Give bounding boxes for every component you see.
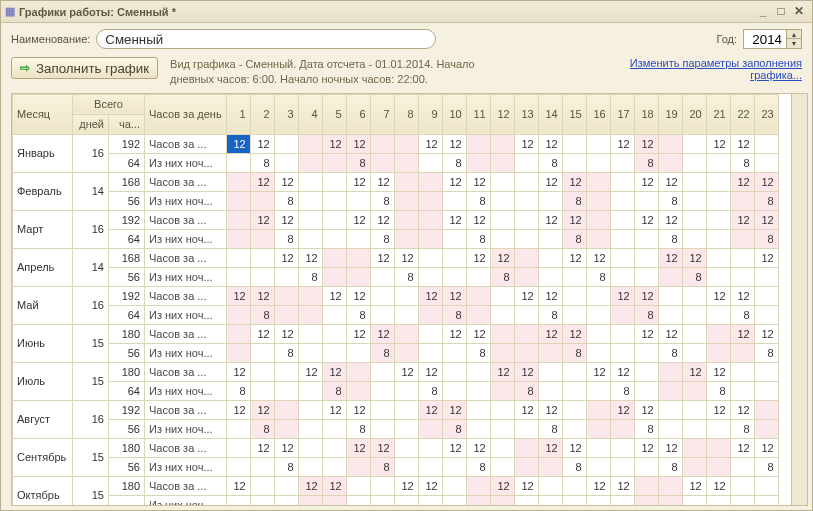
month-cell[interactable]: Сентябрь <box>13 438 73 476</box>
day-cell[interactable]: 12 <box>418 476 442 495</box>
day-cell[interactable] <box>514 153 538 172</box>
day-cell[interactable] <box>250 476 274 495</box>
day-cell[interactable]: 12 <box>418 362 442 381</box>
day-cell[interactable]: 8 <box>274 343 298 362</box>
day-cell[interactable] <box>754 362 778 381</box>
header-day-9[interactable]: 9 <box>418 94 442 134</box>
day-cell[interactable] <box>274 153 298 172</box>
day-cell[interactable] <box>658 419 682 438</box>
day-cell[interactable] <box>226 153 250 172</box>
vertical-scrollbar[interactable] <box>792 93 808 506</box>
day-cell[interactable] <box>562 153 586 172</box>
day-cell[interactable] <box>658 476 682 495</box>
day-cell[interactable]: 8 <box>754 229 778 248</box>
day-cell[interactable]: 8 <box>226 381 250 400</box>
day-cell[interactable] <box>538 476 562 495</box>
day-cell[interactable] <box>226 419 250 438</box>
day-cell[interactable]: 12 <box>346 286 370 305</box>
day-cell[interactable] <box>634 343 658 362</box>
day-cell[interactable]: 8 <box>514 381 538 400</box>
day-cell[interactable]: 8 <box>586 267 610 286</box>
day-cell[interactable] <box>586 343 610 362</box>
day-cell[interactable] <box>442 229 466 248</box>
day-cell[interactable]: 12 <box>442 134 466 153</box>
days-cell[interactable]: 16 <box>73 134 109 172</box>
day-cell[interactable] <box>682 495 706 506</box>
day-cell[interactable] <box>442 343 466 362</box>
day-cell[interactable] <box>346 248 370 267</box>
day-cell[interactable] <box>754 153 778 172</box>
day-cell[interactable]: 12 <box>370 438 394 457</box>
day-cell[interactable] <box>322 229 346 248</box>
day-cell[interactable]: 12 <box>250 438 274 457</box>
day-cell[interactable] <box>370 286 394 305</box>
days-cell[interactable]: 16 <box>73 286 109 324</box>
month-cell[interactable]: Май <box>13 286 73 324</box>
month-cell[interactable]: Февраль <box>13 172 73 210</box>
hours-total-cell[interactable]: 192 <box>109 210 145 229</box>
day-cell[interactable]: 12 <box>250 210 274 229</box>
day-cell[interactable] <box>490 191 514 210</box>
day-cell[interactable] <box>586 400 610 419</box>
day-cell[interactable] <box>634 191 658 210</box>
day-cell[interactable] <box>562 495 586 506</box>
day-cell[interactable] <box>658 153 682 172</box>
day-cell[interactable] <box>730 476 754 495</box>
day-cell[interactable] <box>250 457 274 476</box>
day-cell[interactable] <box>298 381 322 400</box>
day-cell[interactable] <box>658 381 682 400</box>
day-cell[interactable] <box>490 343 514 362</box>
day-cell[interactable]: 8 <box>730 305 754 324</box>
day-cell[interactable] <box>586 324 610 343</box>
day-cell[interactable]: 12 <box>658 172 682 191</box>
day-cell[interactable]: 12 <box>562 210 586 229</box>
day-cell[interactable] <box>706 153 730 172</box>
day-cell[interactable] <box>442 267 466 286</box>
day-cell[interactable] <box>298 457 322 476</box>
day-cell[interactable]: 8 <box>250 153 274 172</box>
day-cell[interactable] <box>658 495 682 506</box>
day-cell[interactable] <box>250 495 274 506</box>
header-day-23[interactable]: 23 <box>754 94 778 134</box>
day-cell[interactable]: 12 <box>466 172 490 191</box>
header-days[interactable]: дней <box>73 114 109 134</box>
row-label-night[interactable]: Из них ноч... <box>145 457 227 476</box>
day-cell[interactable] <box>538 267 562 286</box>
day-cell[interactable] <box>346 495 370 506</box>
day-cell[interactable]: 8 <box>610 381 634 400</box>
day-cell[interactable]: 12 <box>394 476 418 495</box>
days-cell[interactable]: 14 <box>73 172 109 210</box>
day-cell[interactable]: 12 <box>658 210 682 229</box>
day-cell[interactable] <box>298 400 322 419</box>
day-cell[interactable] <box>466 305 490 324</box>
day-cell[interactable] <box>418 172 442 191</box>
day-cell[interactable]: 12 <box>706 476 730 495</box>
header-day-4[interactable]: 4 <box>298 94 322 134</box>
day-cell[interactable] <box>394 229 418 248</box>
hours-total-cell[interactable]: 180 <box>109 362 145 381</box>
day-cell[interactable] <box>538 343 562 362</box>
day-cell[interactable] <box>562 381 586 400</box>
row-label-hours[interactable]: Часов за ... <box>145 438 227 457</box>
day-cell[interactable] <box>586 229 610 248</box>
row-label-hours[interactable]: Часов за ... <box>145 400 227 419</box>
day-cell[interactable] <box>706 438 730 457</box>
header-day-21[interactable]: 21 <box>706 94 730 134</box>
day-cell[interactable] <box>658 400 682 419</box>
day-cell[interactable] <box>706 210 730 229</box>
header-day-12[interactable]: 12 <box>490 94 514 134</box>
day-cell[interactable] <box>586 457 610 476</box>
day-cell[interactable] <box>466 134 490 153</box>
day-cell[interactable]: 12 <box>706 134 730 153</box>
day-cell[interactable]: 12 <box>730 400 754 419</box>
month-cell[interactable]: Октябрь <box>13 476 73 506</box>
day-cell[interactable] <box>514 267 538 286</box>
day-cell[interactable] <box>610 305 634 324</box>
year-spin-down[interactable]: ▼ <box>787 39 801 48</box>
day-cell[interactable] <box>706 324 730 343</box>
day-cell[interactable]: 8 <box>538 419 562 438</box>
day-cell[interactable] <box>394 191 418 210</box>
day-cell[interactable]: 12 <box>514 134 538 153</box>
header-day-13[interactable]: 13 <box>514 94 538 134</box>
day-cell[interactable]: 12 <box>538 286 562 305</box>
